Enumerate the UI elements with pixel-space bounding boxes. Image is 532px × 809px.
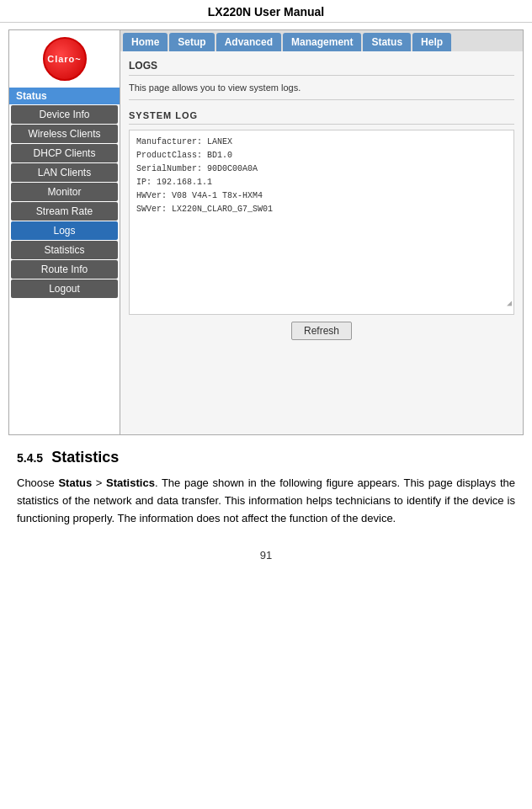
log-box: Manufacturer: LANEX ProductClass: BD1.0 … <box>129 130 514 315</box>
nav-help[interactable]: Help <box>412 33 451 51</box>
log-line-6: SWVer: LX220N_CLARO_G7_SW01 <box>136 203 507 216</box>
refresh-btn-row: Refresh <box>129 322 514 340</box>
body-text-rest: . The page shown in the following figure… <box>17 476 515 524</box>
sidebar: Claro~ Status Device Info Wireless Clien… <box>9 30 120 434</box>
page-number: 91 <box>0 535 532 570</box>
sidebar-item-lan-clients[interactable]: LAN Clients <box>11 163 118 182</box>
nav-status[interactable]: Status <box>363 33 411 51</box>
nav-management[interactable]: Management <box>283 33 361 51</box>
log-line-1: Manufacturer: LANEX <box>136 136 507 149</box>
nav-advanced[interactable]: Advanced <box>216 33 281 51</box>
content-area: Home Setup Advanced Management Status He… <box>120 30 523 434</box>
logo-area: Claro~ <box>9 30 120 88</box>
page-description: This page allows you to view system logs… <box>129 79 514 100</box>
nav-home[interactable]: Home <box>123 33 168 51</box>
section-number: 5.4.5 <box>17 451 43 465</box>
sidebar-item-dhcp-clients[interactable]: DHCP Clients <box>11 144 118 162</box>
main-layout: Claro~ Status Device Info Wireless Clien… <box>8 29 524 435</box>
brand-logo: Claro~ <box>43 37 87 81</box>
scrollbar-indicator: ◢ <box>507 297 512 311</box>
system-log-label: SYSTEM LOG <box>129 107 514 125</box>
sidebar-item-wireless-clients[interactable]: Wireless Clients <box>11 125 118 143</box>
body-bold-status: Status <box>58 476 92 489</box>
log-line-5: HWVer: V08 V4A-1 T8x-HXM4 <box>136 189 507 203</box>
log-line-3: SerialNumber: 90D0C00A0A <box>136 162 507 176</box>
sidebar-item-logout[interactable]: Logout <box>11 279 118 298</box>
log-line-4: IP: 192.168.1.1 <box>136 176 507 189</box>
statistics-heading: 5.4.5 Statistics <box>17 449 515 466</box>
refresh-button[interactable]: Refresh <box>291 322 352 340</box>
body-text-gt: > <box>96 476 103 489</box>
logo-text: Claro~ <box>47 54 82 64</box>
sidebar-item-stream-rate[interactable]: Stream Rate <box>11 202 118 221</box>
statistics-body-text: Choose Status > Statistics. The page sho… <box>17 475 515 527</box>
content-inner: LOGS This page allows you to view system… <box>120 51 523 345</box>
sidebar-item-monitor[interactable]: Monitor <box>11 183 118 201</box>
body-text-prefix: Choose <box>17 476 55 489</box>
page-title: LX220N User Manual <box>0 0 532 23</box>
nav-setup[interactable]: Setup <box>169 33 214 51</box>
log-line-2: ProductClass: BD1.0 <box>136 149 507 162</box>
body-bold-statistics: Statistics <box>106 476 155 489</box>
below-section: 5.4.5 Statistics Choose Status > Statist… <box>0 435 532 535</box>
sidebar-item-logs[interactable]: Logs <box>11 221 118 240</box>
sidebar-status-section: Status <box>9 88 120 104</box>
sidebar-item-device-info[interactable]: Device Info <box>11 105 118 124</box>
sidebar-item-route-info[interactable]: Route Info <box>11 260 118 279</box>
logs-section-title: LOGS <box>129 56 514 76</box>
sidebar-item-statistics[interactable]: Statistics <box>11 241 118 259</box>
nav-bar: Home Setup Advanced Management Status He… <box>120 30 523 51</box>
section-heading-text: Statistics <box>51 449 119 466</box>
